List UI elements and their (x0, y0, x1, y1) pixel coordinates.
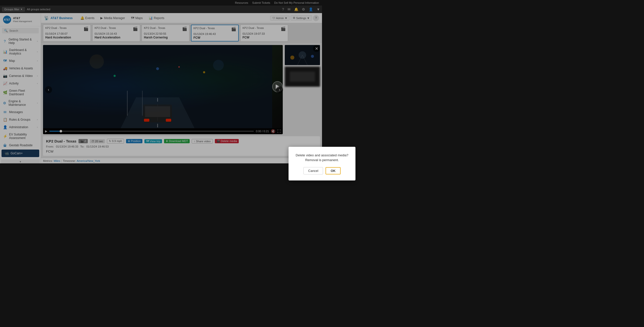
modal-line2: Removal is permanent. (296, 158, 322, 163)
modal-overlay: Delete video and associated media? Remov… (0, 0, 322, 163)
modal-message: Delete video and associated media? Remov… (296, 153, 322, 163)
modal-dialog: Delete video and associated media? Remov… (289, 147, 322, 164)
modal-line1: Delete video and associated media? (296, 153, 322, 158)
